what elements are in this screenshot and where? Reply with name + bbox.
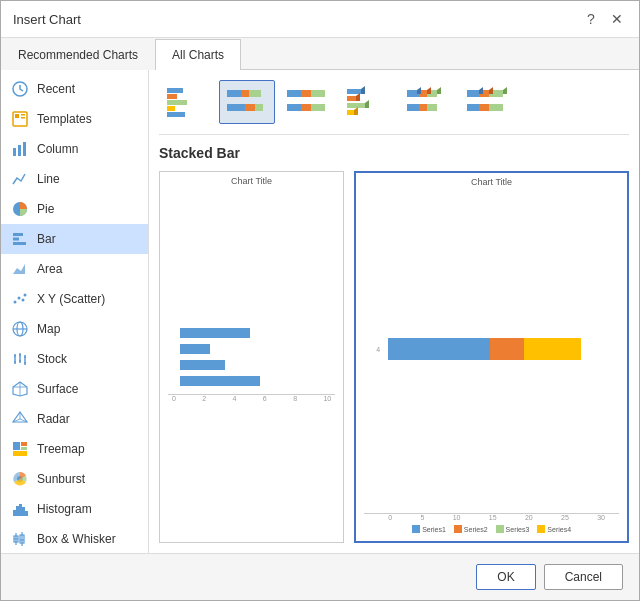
chart-legend: Series1 Series2 Series3 xyxy=(364,525,619,533)
svg-rect-76 xyxy=(287,104,301,111)
area-icon xyxy=(11,260,29,278)
3d-clustered-bar-btn[interactable] xyxy=(339,80,395,124)
chart-previews: Chart Title xyxy=(159,171,629,543)
sidebar-item-area[interactable]: Area xyxy=(1,254,148,284)
dialog-footer: OK Cancel xyxy=(1,553,639,600)
chart-preview-right-title: Chart Title xyxy=(360,177,623,187)
bar-seg-1-1 xyxy=(180,328,250,338)
xy-icon xyxy=(11,290,29,308)
svg-rect-62 xyxy=(167,88,183,93)
100pct-stacked-bar-btn[interactable] xyxy=(279,80,335,124)
axis-labels-left: 0 2 4 6 8 10 xyxy=(168,395,335,402)
svg-rect-6 xyxy=(18,145,21,156)
svg-marker-91 xyxy=(427,87,431,94)
sidebar-label-radar: Radar xyxy=(37,412,70,426)
sidebar-item-sunburst[interactable]: Sunburst xyxy=(1,464,148,494)
3d-100pct-stacked-bar-btn[interactable] xyxy=(459,80,515,124)
chart-type-sidebar: Recent Templates xyxy=(1,70,149,553)
svg-rect-78 xyxy=(311,104,325,111)
sidebar-label-bar: Bar xyxy=(37,232,56,246)
svg-rect-41 xyxy=(13,510,16,516)
boxwhisker-icon xyxy=(11,530,29,548)
chart-preview-left[interactable]: Chart Title xyxy=(159,171,344,543)
recent-icon xyxy=(11,80,29,98)
svg-rect-37 xyxy=(21,442,27,446)
svg-rect-11 xyxy=(13,242,26,245)
svg-rect-4 xyxy=(21,117,25,119)
sunburst-icon xyxy=(11,470,29,488)
histogram-icon xyxy=(11,500,29,518)
svg-marker-85 xyxy=(365,100,369,108)
sidebar-label-pie: Pie xyxy=(37,202,54,216)
tab-all-charts[interactable]: All Charts xyxy=(155,39,241,70)
svg-rect-79 xyxy=(347,89,361,94)
svg-rect-93 xyxy=(407,104,419,111)
clustered-bar-btn[interactable] xyxy=(159,80,215,124)
svg-rect-69 xyxy=(249,90,261,97)
sidebar-item-xy[interactable]: X Y (Scatter) xyxy=(1,284,148,314)
sidebar-item-stock[interactable]: Stock xyxy=(1,344,148,374)
ok-button[interactable]: OK xyxy=(476,564,535,590)
svg-marker-101 xyxy=(503,87,507,94)
svg-rect-67 xyxy=(227,90,241,97)
svg-marker-90 xyxy=(417,87,421,94)
content-area: Recent Templates xyxy=(1,70,639,553)
svg-rect-104 xyxy=(489,104,503,111)
sidebar-item-map[interactable]: Map xyxy=(1,314,148,344)
svg-rect-95 xyxy=(427,104,437,111)
axis-labels-right: 0 5 10 15 20 25 30 xyxy=(364,514,619,521)
chart-preview-right[interactable]: Chart Title 4 xyxy=(354,171,629,543)
stacked-seg-1 xyxy=(388,338,490,360)
legend-color-4 xyxy=(537,525,545,533)
legend-color-2 xyxy=(454,525,462,533)
close-button[interactable]: ✕ xyxy=(607,9,627,29)
bar-container-left xyxy=(168,324,335,390)
svg-rect-65 xyxy=(167,106,175,111)
sidebar-item-pie[interactable]: Pie xyxy=(1,194,148,224)
legend-color-1 xyxy=(412,525,420,533)
line-icon xyxy=(11,170,29,188)
svg-rect-77 xyxy=(301,104,311,111)
svg-rect-72 xyxy=(255,104,263,111)
cancel-button[interactable]: Cancel xyxy=(544,564,623,590)
help-button[interactable]: ? xyxy=(581,9,601,29)
svg-marker-100 xyxy=(489,87,493,94)
map-icon xyxy=(11,320,29,338)
sidebar-item-radar[interactable]: Radar xyxy=(1,404,148,434)
legend-series2: Series2 xyxy=(454,525,488,533)
svg-marker-12 xyxy=(13,264,25,274)
sidebar-item-line[interactable]: Line xyxy=(1,164,148,194)
stacked-bar-btn[interactable] xyxy=(219,80,275,124)
bar-seg-3-1 xyxy=(180,360,225,370)
main-panel: Stacked Bar Chart Title xyxy=(149,70,639,553)
sidebar-label-column: Column xyxy=(37,142,78,156)
sidebar-label-stock: Stock xyxy=(37,352,67,366)
sidebar-item-treemap[interactable]: Treemap xyxy=(1,434,148,464)
sidebar-item-boxwhisker[interactable]: Box & Whisker xyxy=(1,524,148,553)
sidebar-label-histogram: Histogram xyxy=(37,502,92,516)
3d-stacked-bar-btn[interactable] xyxy=(399,80,455,124)
sidebar-item-recent[interactable]: Recent xyxy=(1,74,148,104)
column-icon xyxy=(11,140,29,158)
tab-recommended[interactable]: Recommended Charts xyxy=(1,39,155,70)
legend-series3: Series3 xyxy=(496,525,530,533)
sidebar-label-recent: Recent xyxy=(37,82,75,96)
title-bar: Insert Chart ? ✕ xyxy=(1,1,639,38)
sidebar-item-column[interactable]: Column xyxy=(1,134,148,164)
bar-icon xyxy=(11,230,29,248)
legend-color-3 xyxy=(496,525,504,533)
svg-rect-94 xyxy=(419,104,427,111)
svg-rect-45 xyxy=(25,511,28,516)
svg-rect-2 xyxy=(15,114,19,118)
svg-marker-83 xyxy=(361,86,365,94)
svg-point-16 xyxy=(24,294,27,297)
pie-icon xyxy=(11,200,29,218)
sidebar-item-surface[interactable]: Surface xyxy=(1,374,148,404)
stacked-seg-2 xyxy=(490,338,524,360)
svg-rect-7 xyxy=(23,142,26,156)
sidebar-item-templates[interactable]: Templates xyxy=(1,104,148,134)
radar-icon xyxy=(11,410,29,428)
sidebar-item-bar[interactable]: Bar xyxy=(1,224,148,254)
svg-rect-80 xyxy=(347,96,356,101)
sidebar-item-histogram[interactable]: Histogram xyxy=(1,494,148,524)
